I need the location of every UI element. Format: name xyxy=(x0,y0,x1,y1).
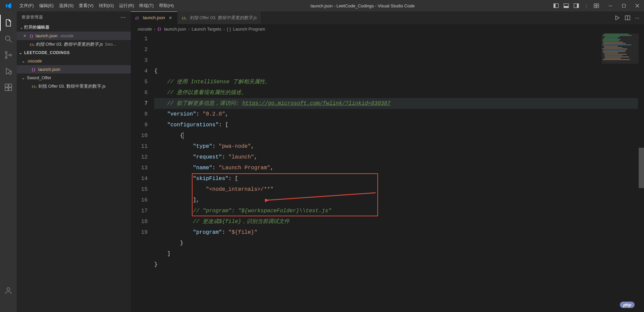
chevron-down-icon: ⌄ xyxy=(21,75,27,80)
sidebar-title: 资源管理器 xyxy=(21,14,43,20)
svg-text:{}: {} xyxy=(157,27,161,31)
open-editor-item[interactable]: (); 剑指 Offer 03. 数组中重复的数字.js Swo... xyxy=(17,40,131,48)
menu-go[interactable]: 转到(G) xyxy=(96,0,117,11)
menu-help[interactable]: 帮助(H) xyxy=(156,0,176,11)
chevron-right-icon: › xyxy=(154,27,155,32)
editor-area: {} launch.json × (); 剑指 Offer 03. 数组中重复的… xyxy=(131,11,644,312)
breadcrumbs[interactable]: .vscode › {} launch.json › Launch Target… xyxy=(131,24,644,34)
toggle-panel-icon[interactable] xyxy=(562,0,570,11)
json-file-icon: {} xyxy=(157,27,162,31)
svg-rect-9 xyxy=(597,6,599,8)
search-icon[interactable] xyxy=(0,31,17,47)
scrollbar-thumb[interactable] xyxy=(639,148,644,188)
svg-rect-5 xyxy=(577,4,579,8)
chevron-down-icon: ⌄ xyxy=(19,50,24,55)
svg-rect-8 xyxy=(594,6,596,8)
window-title: launch.json - LeetCode_Codings - Visual … xyxy=(176,3,549,8)
tab-js-file[interactable]: (); 剑指 Offer 03. 数组中重复的数字.js xyxy=(177,11,261,24)
title-bar: 文件(F) 编辑(E) 选择(S) 查看(V) 转到(G) 运行(R) 终端(T… xyxy=(0,0,644,11)
svg-rect-17 xyxy=(5,84,8,87)
tree-folder[interactable]: ⌄ .vscode xyxy=(17,57,131,65)
menu-view[interactable]: 查看(V) xyxy=(76,0,96,11)
tree-file[interactable]: (); 剑指 Offer 03. 数组中重复的数字.js xyxy=(17,82,131,90)
tree-item-label: 剑指 Offer 03. 数组中重复的数字.js xyxy=(38,83,106,89)
run-icon[interactable] xyxy=(614,15,620,21)
tree-file[interactable]: {} launch.json xyxy=(17,65,131,74)
menu-bar: 文件(F) 编辑(E) 选择(S) 查看(V) 转到(G) 运行(R) 终端(T… xyxy=(17,0,176,11)
breadcrumb-item[interactable]: .vscode xyxy=(137,27,152,32)
vscode-logo-icon xyxy=(0,2,17,9)
chevron-down-icon: ⌄ xyxy=(21,58,27,63)
svg-rect-7 xyxy=(597,4,599,5)
sidebar-explorer: 资源管理器 ⋯ ⌄ 打开的编辑器 × {} launch.json .vscod… xyxy=(17,11,131,312)
menu-edit[interactable]: 编辑(E) xyxy=(37,0,56,11)
maximize-button[interactable] xyxy=(617,0,631,11)
minimize-button[interactable] xyxy=(604,0,617,11)
breadcrumb-item[interactable]: launch.json xyxy=(164,27,186,32)
more-actions-icon[interactable]: ⋯ xyxy=(635,15,639,20)
tab-close-icon[interactable]: × xyxy=(168,15,173,20)
json-file-icon: {} xyxy=(30,34,36,38)
svg-text:();: (); xyxy=(30,43,34,46)
svg-point-21 xyxy=(7,287,10,291)
open-editor-name: launch.json xyxy=(36,33,58,38)
tree-item-label: launch.json xyxy=(38,67,60,72)
minimap-slider[interactable] xyxy=(602,34,639,64)
menu-terminal[interactable]: 终端(T) xyxy=(137,0,156,11)
menu-selection[interactable]: 选择(S) xyxy=(56,0,76,11)
tab-launch-json[interactable]: {} launch.json × xyxy=(131,11,177,24)
tab-bar: {} launch.json × (); 剑指 Offer 03. 数组中重复的… xyxy=(131,11,644,24)
workspace-header[interactable]: ⌄ LEETCODE_CODINGS xyxy=(17,48,131,57)
chevron-down-icon: ⌄ xyxy=(19,25,24,30)
window-controls xyxy=(604,0,644,11)
bracket-icon: { } xyxy=(227,27,231,32)
svg-rect-10 xyxy=(609,6,612,6)
minimap[interactable] xyxy=(602,34,639,302)
code-lines[interactable]: { // 使用 IntelliSense 了解相关属性。 // 悬停以查看现有属… xyxy=(154,34,644,312)
json-file-icon: {} xyxy=(32,67,38,72)
js-file-icon: (); xyxy=(181,15,187,20)
open-editor-dir: .vscode xyxy=(60,34,73,38)
svg-text:{}: {} xyxy=(30,34,34,38)
menu-file[interactable]: 文件(F) xyxy=(17,0,37,11)
svg-rect-6 xyxy=(594,4,596,5)
tab-label: launch.json xyxy=(143,15,165,20)
json-file-icon: {} xyxy=(135,15,140,20)
sidebar-more-icon[interactable]: ⋯ xyxy=(120,14,126,20)
svg-text:{}: {} xyxy=(32,68,36,71)
toggle-primary-sidebar-icon[interactable] xyxy=(552,0,560,11)
extensions-icon[interactable] xyxy=(0,79,17,95)
svg-rect-20 xyxy=(9,84,12,87)
close-button[interactable] xyxy=(631,0,644,11)
toggle-secondary-sidebar-icon[interactable] xyxy=(572,0,580,11)
separator: | xyxy=(582,0,590,11)
breadcrumb-item[interactable]: Launch Targets xyxy=(192,27,221,32)
tree-item-label: Sword_Offer xyxy=(27,75,51,80)
accounts-icon[interactable] xyxy=(0,282,17,299)
open-editors-header[interactable]: ⌄ 打开的编辑器 xyxy=(17,23,131,32)
svg-rect-11 xyxy=(623,4,626,7)
tab-label: 剑指 Offer 03. 数组中重复的数字.js xyxy=(190,15,257,21)
breadcrumb-item[interactable]: Launch Program xyxy=(233,27,265,32)
split-editor-icon[interactable] xyxy=(625,15,630,20)
layout-controls: | xyxy=(549,0,604,11)
svg-rect-1 xyxy=(554,4,555,8)
line-number-gutter: 12345678910111213141516171819 xyxy=(131,34,154,312)
svg-point-15 xyxy=(10,54,11,56)
workspace-name: LEETCODE_CODINGS xyxy=(24,50,70,55)
close-icon[interactable]: × xyxy=(23,33,30,38)
source-control-icon[interactable] xyxy=(0,47,17,63)
vertical-scrollbar[interactable] xyxy=(639,34,644,312)
tree-item-label: .vscode xyxy=(27,58,42,63)
explorer-icon[interactable] xyxy=(0,15,17,31)
editor-actions: ⋯ xyxy=(609,11,644,24)
chevron-right-icon: › xyxy=(223,27,225,32)
menu-run[interactable]: 运行(R) xyxy=(116,0,137,11)
open-editors-label: 打开的编辑器 xyxy=(24,25,49,30)
customize-layout-icon[interactable] xyxy=(592,0,600,11)
svg-point-14 xyxy=(5,57,7,58)
open-editor-item[interactable]: × {} launch.json .vscode xyxy=(17,32,131,40)
code-editor[interactable]: 12345678910111213141516171819 { // 使用 In… xyxy=(131,34,644,312)
run-debug-icon[interactable] xyxy=(0,63,17,79)
tree-folder[interactable]: ⌄ Sword_Offer xyxy=(17,74,131,82)
